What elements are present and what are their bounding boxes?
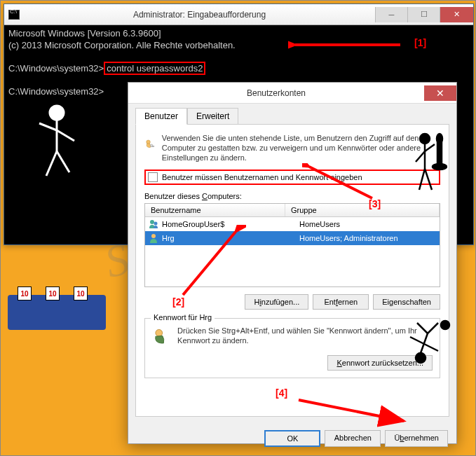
svg-line-33 (424, 344, 438, 351)
dialog-footer: OK Abbrechen Übernehmen (128, 424, 456, 452)
user-icon (148, 219, 159, 230)
score-card: 10 (18, 286, 32, 300)
svg-line-23 (416, 151, 425, 162)
user-list[interactable]: Benutzername Gruppe HomeGroupUser$ HomeU… (144, 203, 440, 287)
cmd-titlebar: C:\ Administrator: Eingabeaufforderung ─… (4, 4, 473, 25)
user-name-cell: HomeGroupUser$ (162, 220, 299, 228)
svg-rect-8 (152, 146, 154, 147)
user-group-cell: HomeUsers (299, 220, 437, 228)
svg-point-36 (441, 321, 449, 329)
groupbox-title: Kennwort für Hrg (151, 313, 215, 322)
require-password-row: Benutzer müssen Benutzernamen und Kennwo… (144, 170, 440, 185)
svg-point-28 (437, 134, 442, 144)
user-list-label: Benutzer dieses Computers: (144, 192, 440, 200)
password-info-row: Drücken Sie Strg+Alt+Entf, und wählen Si… (152, 326, 433, 348)
require-password-checkbox[interactable] (148, 172, 158, 182)
password-groupbox: Kennwort für Hrg Drücken Sie Strg+Alt+En… (144, 318, 440, 378)
stick-figure-icon (29, 102, 85, 186)
user-icon (148, 233, 159, 244)
cancel-button[interactable]: Abbrechen (325, 430, 381, 447)
svg-point-6 (147, 140, 151, 144)
cmd-line: Microsoft Windows [Version 6.3.9600] (8, 28, 161, 39)
user-row-hrg[interactable]: Hrg HomeUsers; Administratoren (145, 231, 440, 245)
svg-point-30 (416, 353, 426, 363)
col-username[interactable]: Benutzername (145, 204, 285, 216)
svg-line-32 (410, 337, 424, 344)
tab-users[interactable]: Benutzer (135, 108, 187, 125)
svg-point-21 (420, 134, 430, 144)
user-name-cell: Hrg (162, 234, 299, 242)
svg-line-2 (39, 123, 57, 130)
svg-point-12 (156, 329, 163, 336)
remove-button[interactable]: Entfernen (313, 294, 369, 310)
apply-button[interactable]: Übernehmen (385, 430, 448, 447)
svg-point-0 (50, 106, 64, 120)
cmd-title: Administrator: Eingabeaufforderung (24, 10, 375, 20)
add-button[interactable]: Hinzufügen... (245, 294, 308, 310)
password-info-text: Drücken Sie Strg+Alt+Entf, und wählen Si… (177, 326, 433, 348)
svg-line-24 (425, 144, 435, 151)
cmd-line: (c) 2013 Microsoft Corporation. Alle Rec… (8, 40, 236, 50)
user-list-buttons: Hinzufügen... Entfernen Eigenschaften (144, 294, 440, 310)
minimize-button[interactable]: ─ (375, 7, 407, 22)
cmd-prompt: C:\Windows\system32> (8, 63, 104, 74)
cmd-prompt: C:\Windows\system32> (8, 86, 104, 97)
user-key-icon (152, 326, 170, 348)
svg-point-10 (154, 222, 158, 226)
dialog-titlebar: Benutzerkonten ✕ (128, 83, 456, 104)
cmd-icon: C:\ (8, 10, 20, 20)
cmd-command-highlight: control userpasswords2 (104, 62, 205, 75)
dialog-close-button[interactable]: ✕ (424, 85, 456, 101)
users-keys-icon (144, 133, 155, 156)
window-controls: ─ ☐ ✕ (375, 7, 473, 22)
svg-line-4 (46, 151, 57, 176)
soccer-figure-icon (400, 319, 456, 382)
user-list-header: Benutzername Gruppe (145, 204, 440, 217)
svg-line-25 (419, 169, 425, 190)
dialog-tabs: Benutzer Erweitert (128, 104, 456, 125)
user-row-homegroup[interactable]: HomeGroupUser$ HomeUsers (145, 217, 440, 231)
tab-advanced[interactable]: Erweitert (187, 108, 238, 125)
svg-point-29 (433, 164, 447, 170)
col-group[interactable]: Gruppe (285, 204, 440, 216)
score-card: 10 (74, 286, 88, 300)
svg-line-35 (417, 323, 428, 333)
require-password-label: Benutzer müssen Benutzernamen und Kennwo… (162, 173, 362, 181)
svg-rect-27 (437, 143, 442, 164)
ok-button[interactable]: OK (264, 430, 320, 447)
svg-point-11 (151, 234, 156, 238)
svg-line-5 (57, 151, 69, 172)
score-card: 10 (46, 286, 60, 300)
info-row: Verwenden Sie die unten stehende Liste, … (144, 133, 440, 163)
close-button[interactable]: ✕ (440, 7, 473, 22)
maximize-button[interactable]: ☐ (407, 7, 440, 22)
info-text: Verwenden Sie die unten stehende Liste, … (162, 133, 440, 163)
user-group-cell: HomeUsers; Administratoren (299, 234, 437, 242)
svg-line-3 (57, 130, 74, 141)
svg-line-26 (425, 169, 432, 190)
dialog-title: Benutzerkonten (128, 88, 424, 98)
svg-point-9 (150, 220, 154, 224)
svg-line-34 (428, 323, 438, 333)
candle-figure-icon (412, 130, 447, 193)
properties-button[interactable]: Eigenschaften (373, 294, 440, 310)
reset-button-row: Kennwort zurücksetzen... (152, 355, 433, 371)
user-accounts-dialog: Benutzerkonten ✕ Benutzer Erweitert Verw… (128, 82, 457, 444)
judges-panel-graphic: 10 10 10 (8, 295, 106, 330)
